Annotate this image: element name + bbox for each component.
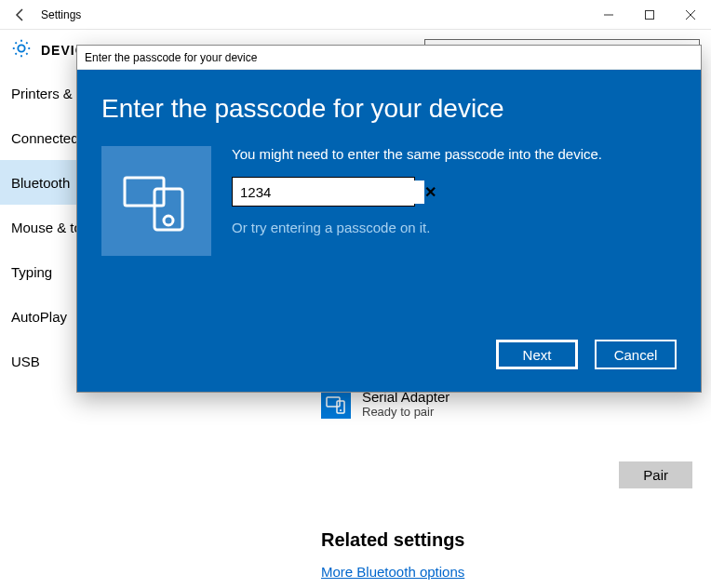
svg-rect-1: [646, 10, 654, 19]
device-status: Ready to pair: [362, 405, 449, 419]
next-button[interactable]: Next: [496, 340, 578, 369]
more-bluetooth-link[interactable]: More Bluetooth options: [321, 564, 464, 580]
sidebar-item-label: Bluetooth: [11, 175, 70, 191]
related-heading: Related settings: [321, 529, 700, 551]
svg-rect-8: [154, 189, 182, 230]
pairing-icon: [101, 146, 211, 256]
svg-point-6: [340, 409, 342, 411]
passcode-input[interactable]: [233, 180, 424, 204]
back-button[interactable]: [0, 0, 41, 30]
minimize-button[interactable]: [588, 0, 629, 30]
maximize-button[interactable]: [629, 0, 670, 30]
sidebar-item-label: AutoPlay: [11, 309, 67, 325]
dialog-header: Enter the passcode for your device: [77, 46, 701, 70]
dialog-alt-message: Or try entering a passcode on it.: [232, 220, 677, 235]
gear-icon: [11, 38, 32, 62]
svg-rect-7: [125, 178, 164, 206]
passcode-input-wrapper[interactable]: ✕: [232, 177, 415, 207]
sidebar-item-label: Typing: [11, 264, 52, 280]
window-title: Settings: [41, 8, 588, 21]
passcode-dialog: Enter the passcode for your device Enter…: [76, 45, 702, 393]
device-icon: [321, 389, 351, 419]
close-button[interactable]: [670, 0, 711, 30]
clear-icon[interactable]: ✕: [424, 178, 436, 206]
pair-button[interactable]: Pair: [619, 461, 692, 488]
dialog-title: Enter the passcode for your device: [101, 94, 677, 124]
svg-rect-4: [327, 397, 340, 407]
dialog-message: You might need to enter the same passcod…: [232, 146, 677, 162]
sidebar-item-label: USB: [11, 354, 40, 369]
cancel-button[interactable]: Cancel: [595, 340, 677, 369]
svg-point-9: [164, 216, 173, 225]
